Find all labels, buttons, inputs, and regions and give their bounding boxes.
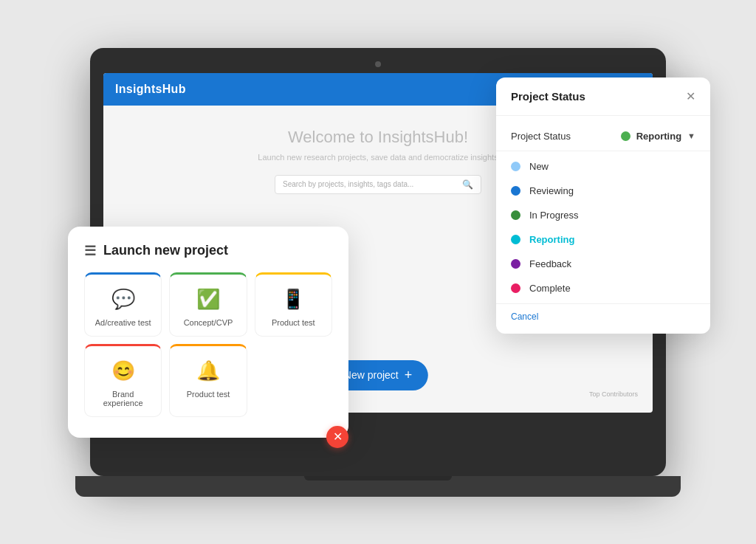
complete-dot <box>511 283 520 293</box>
ad-creative-icon: 💬 <box>111 288 135 311</box>
feedback-dot <box>511 259 520 269</box>
status-divider-2 <box>496 303 710 304</box>
project-status-dialog: Project Status ✕ Project Status Reportin… <box>496 78 710 334</box>
status-field-label: Project Status <box>511 131 571 142</box>
new-label: New <box>529 161 549 172</box>
product2-icon: 🔔 <box>196 359 220 382</box>
product-label: Product test <box>272 318 315 327</box>
top-contributors: Top Contributors <box>589 390 638 398</box>
status-selected-display[interactable]: Reporting ▼ <box>621 131 695 142</box>
project-tile-ad-creative[interactable]: 💬 Ad/creative test <box>84 272 162 337</box>
status-option-new[interactable]: New <box>496 154 710 179</box>
status-dialog-header: Project Status ✕ <box>496 78 710 116</box>
close-status-dialog-button[interactable]: ✕ <box>686 89 695 103</box>
concept-label: Concept/CVP <box>184 318 233 327</box>
launch-project-card: ☰ Launch new project 💬 Ad/creative test … <box>68 227 348 438</box>
launch-card-title: ☰ Launch new project <box>84 243 332 259</box>
in-progress-label: In Progress <box>529 210 578 221</box>
feedback-label: Feedback <box>529 258 571 269</box>
status-dialog-body: Project Status Reporting ▼ New Reviewing <box>496 116 710 334</box>
laptop-camera <box>375 61 381 67</box>
project-grid: 💬 Ad/creative test ✅ Concept/CVP 📱 Produ… <box>84 272 332 417</box>
status-option-reporting[interactable]: Reporting <box>496 227 710 252</box>
status-option-reviewing[interactable]: Reviewing <box>496 179 710 203</box>
ad-creative-label: Ad/creative test <box>95 318 151 327</box>
reporting-label: Reporting <box>529 234 574 245</box>
status-current-row: Project Status Reporting ▼ <box>496 125 710 148</box>
cancel-button[interactable]: Cancel <box>496 307 553 331</box>
status-divider <box>496 151 710 151</box>
project-tile-product2[interactable]: 🔔 Product test <box>169 344 247 417</box>
status-option-complete[interactable]: Complete <box>496 276 710 300</box>
search-bar[interactable]: Search by projects, insights, tags data.… <box>275 175 481 194</box>
product2-label: Product test <box>187 390 230 399</box>
search-icon: 🔍 <box>462 179 473 190</box>
new-dot <box>511 162 520 171</box>
search-text: Search by projects, insights, tags data.… <box>283 180 413 188</box>
selected-value: Reporting <box>636 131 681 142</box>
reporting-dot <box>511 235 520 244</box>
project-tile-product[interactable]: 📱 Product test <box>255 272 332 337</box>
complete-label: Complete <box>529 283 571 294</box>
project-tile-brand[interactable]: 😊 Brand experience <box>84 344 162 417</box>
reviewing-label: Reviewing <box>529 185 574 196</box>
project-tile-concept[interactable]: ✅ Concept/CVP <box>169 272 247 337</box>
new-project-plus-icon: + <box>405 368 413 383</box>
app-logo: InsightsHub <box>115 83 186 96</box>
brand-icon: 😊 <box>111 359 135 382</box>
reviewing-dot <box>511 186 520 196</box>
product-icon: 📱 <box>281 288 305 311</box>
list-icon: ☰ <box>84 243 96 259</box>
brand-label: Brand experience <box>92 390 154 407</box>
status-dialog-title: Project Status <box>511 90 585 103</box>
close-launch-card-button[interactable]: ✕ <box>326 426 348 448</box>
new-project-label: New project <box>344 369 399 381</box>
chevron-down-icon: ▼ <box>687 131 695 140</box>
concept-icon: ✅ <box>196 288 220 311</box>
status-option-in-progress[interactable]: In Progress <box>496 203 710 227</box>
in-progress-dot <box>511 210 520 220</box>
selected-dot <box>621 131 630 141</box>
status-option-feedback[interactable]: Feedback <box>496 252 710 276</box>
laptop-base <box>75 476 681 497</box>
